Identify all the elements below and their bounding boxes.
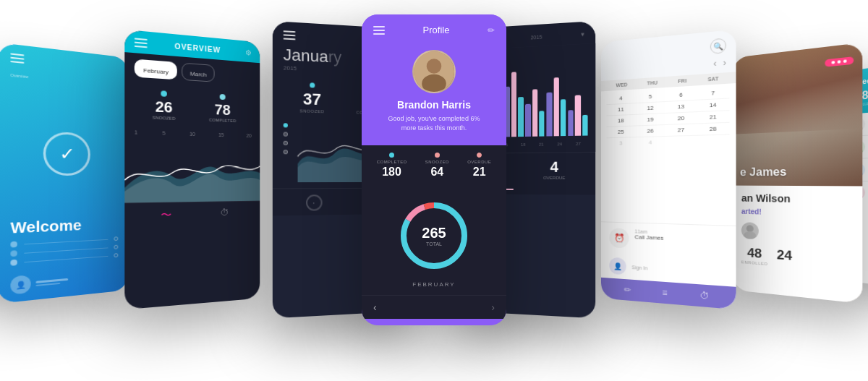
bar bbox=[518, 97, 523, 137]
range-15: 15 bbox=[218, 132, 224, 137]
svg-point-8 bbox=[744, 231, 757, 240]
bottom-icon-1[interactable]: · bbox=[305, 194, 322, 210]
bar bbox=[539, 111, 544, 136]
overview-title-left2: OVERVIEW bbox=[174, 42, 221, 54]
cal-num: 4 bbox=[644, 139, 656, 145]
next-btn[interactable]: › bbox=[491, 301, 495, 313]
cal-num: 28 bbox=[707, 125, 720, 132]
bar bbox=[561, 99, 566, 136]
bar bbox=[547, 93, 552, 137]
prev-btn[interactable]: ‹ bbox=[373, 301, 377, 313]
clock-icon-right2: ⏰ bbox=[609, 228, 629, 248]
event2-name: Sign In bbox=[631, 265, 647, 270]
nav-icon-3[interactable]: ⏱ bbox=[699, 291, 709, 301]
mini-avatar-1 bbox=[741, 222, 759, 239]
overdue-dot-center bbox=[477, 153, 482, 158]
day-thu: THU bbox=[647, 80, 658, 86]
cal-num: 14 bbox=[707, 101, 720, 108]
x-label: 21 bbox=[539, 142, 544, 147]
cal-num: 21 bbox=[707, 114, 720, 121]
range-10: 10 bbox=[190, 132, 195, 137]
snoozed-count: 37 bbox=[303, 90, 321, 109]
dot-1 bbox=[284, 123, 288, 127]
nav-icon-2[interactable]: ≡ bbox=[662, 288, 667, 299]
cal-num: 19 bbox=[644, 116, 656, 124]
cal-num: 25 bbox=[616, 129, 627, 135]
x-label: 18 bbox=[521, 142, 526, 147]
month-footer: FEBRUARY bbox=[412, 281, 455, 288]
completed-count-left2: 78 bbox=[215, 101, 231, 119]
chevron-icon[interactable]: ▾ bbox=[581, 30, 584, 38]
user-icon-right2: 👤 bbox=[609, 257, 626, 275]
cal-num: 5 bbox=[644, 93, 656, 100]
completed-label-center: COMPLETED bbox=[377, 160, 407, 164]
cal-num bbox=[707, 137, 720, 145]
wave-icon[interactable]: 〜 bbox=[161, 209, 171, 223]
bar bbox=[511, 72, 516, 137]
bar bbox=[525, 104, 530, 137]
overdue-label-center: OVERDUE bbox=[467, 160, 491, 164]
snoozed-lbl: SNOOZED bbox=[299, 108, 324, 114]
snoozed-count-left2: 26 bbox=[156, 98, 173, 116]
snoozed-dot-center bbox=[435, 153, 440, 158]
cal-num: 4 bbox=[616, 95, 627, 102]
photo-name-label: e James bbox=[740, 166, 787, 179]
welcome-label: Welcome bbox=[10, 216, 118, 237]
card-right3: e James an Wilson arted! bbox=[733, 43, 862, 304]
snoozed-label-left2: Snoozed bbox=[153, 116, 176, 121]
day-fri: FRI bbox=[678, 78, 686, 84]
screens-wrapper: February S M T W T F S bbox=[0, 0, 868, 381]
completed-value-center: 180 bbox=[382, 166, 401, 179]
day-wed: WED bbox=[616, 82, 628, 87]
next-arrow[interactable]: › bbox=[723, 57, 726, 68]
bar bbox=[532, 89, 537, 136]
avatar-svg bbox=[414, 50, 454, 93]
enrolled-label: ENROLLED bbox=[741, 260, 768, 266]
cal-num: 7 bbox=[707, 90, 720, 97]
prev-arrow[interactable]: ‹ bbox=[713, 58, 716, 69]
dot-2 bbox=[284, 132, 288, 136]
snoozed-value-center: 64 bbox=[430, 166, 443, 179]
small-avatar: 👤 bbox=[10, 275, 30, 295]
bar bbox=[575, 95, 581, 135]
cal-num: 13 bbox=[675, 103, 687, 111]
completed-label-left2: Completed bbox=[209, 118, 236, 123]
year-label-right1: 2015 bbox=[531, 34, 542, 40]
bar bbox=[568, 110, 574, 136]
hamburger-icon[interactable] bbox=[10, 53, 24, 64]
snoozed-dot bbox=[161, 90, 167, 97]
donut-total-label: TOTAL bbox=[422, 241, 446, 247]
month-tab-feb[interactable]: February bbox=[143, 67, 169, 76]
svg-point-1 bbox=[427, 59, 442, 74]
donut-total: 265 bbox=[422, 225, 446, 241]
showcase-container: February S M T W T F S bbox=[0, 0, 868, 381]
nav-icon-1[interactable]: ✏ bbox=[624, 285, 631, 295]
dot-3 bbox=[284, 141, 288, 145]
hamburger-icon-center[interactable] bbox=[373, 26, 385, 35]
card-left2: OVERVIEW ⚙ February March 26 Snoozed bbox=[124, 30, 260, 310]
card-right2: 🔍 ‹ › WED THU FRI SAT 4 bbox=[601, 30, 736, 310]
cal-num: 18 bbox=[616, 117, 627, 124]
started-label: arted! bbox=[741, 207, 852, 219]
hamburger-icon-left1[interactable] bbox=[284, 30, 296, 40]
user-subtitle: Good job, you've completed 6% more tasks… bbox=[373, 114, 495, 132]
bar bbox=[582, 115, 588, 136]
edit-icon[interactable]: ✏ bbox=[488, 25, 495, 35]
cal-num: 6 bbox=[675, 91, 687, 98]
snoozed-indicator bbox=[310, 82, 315, 87]
user-name: Brandon Harris bbox=[397, 99, 471, 111]
range-20: 20 bbox=[246, 133, 252, 138]
month-tab-mar[interactable]: March bbox=[190, 70, 207, 78]
clock-icon[interactable]: ⏱ bbox=[220, 207, 229, 221]
overdue-value-center: 21 bbox=[473, 166, 486, 179]
cal-num: 3 bbox=[616, 140, 627, 146]
overdue-count-right1: 4 bbox=[550, 159, 558, 176]
search-icon-right2[interactable]: 🔍 bbox=[710, 38, 726, 54]
search-icon-left2[interactable]: ⚙ bbox=[245, 48, 252, 56]
hamburger-icon-left2[interactable] bbox=[135, 38, 148, 48]
user-avatar bbox=[412, 50, 456, 93]
day-sat: SAT bbox=[707, 76, 718, 82]
cal-num: 26 bbox=[644, 127, 656, 134]
dot-4 bbox=[284, 150, 288, 154]
completed-dot-center bbox=[389, 153, 394, 158]
